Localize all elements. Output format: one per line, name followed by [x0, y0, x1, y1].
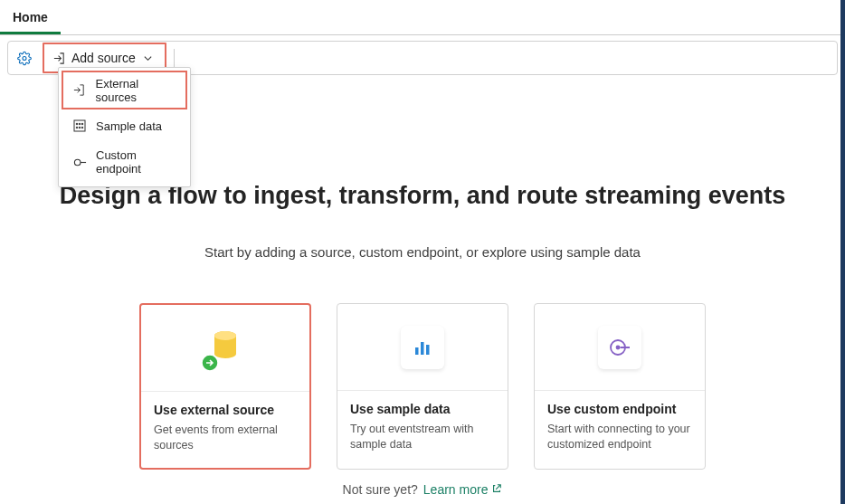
external-link-icon: [491, 482, 502, 497]
custom-endpoint-icon: [72, 155, 87, 169]
card-icon-area: [141, 305, 309, 392]
svg-point-6: [79, 127, 81, 128]
svg-rect-1: [74, 120, 85, 131]
svg-rect-13: [421, 342, 424, 355]
card-description: Get events from external sources: [154, 423, 297, 453]
page-subheadline: Start by adding a source, custom endpoin…: [18, 244, 827, 260]
tabs-bar: Home: [0, 0, 845, 35]
card-use-sample-data[interactable]: Use sample data Try out eventstream with…: [337, 303, 508, 470]
toolbar-divider: [174, 49, 175, 67]
add-source-icon: [52, 51, 66, 65]
card-title: Use custom endpoint: [547, 402, 692, 416]
svg-point-3: [79, 123, 81, 125]
arrow-badge-icon: [201, 354, 219, 372]
svg-point-0: [23, 56, 26, 60]
svg-point-16: [616, 345, 621, 349]
dropdown-item-wrap: Custom endpoint: [62, 142, 187, 182]
dropdown-item-external-highlight: External sources: [62, 71, 187, 109]
tab-home[interactable]: Home: [0, 5, 61, 34]
svg-rect-14: [426, 345, 430, 355]
dropdown-item-label: External sources: [96, 77, 177, 104]
card-description: Try out eventstream with sample data: [350, 422, 495, 452]
card-body: Use sample data Try out eventstream with…: [337, 391, 508, 467]
bar-chart-icon: [412, 337, 433, 358]
chevron-down-icon: [141, 51, 156, 65]
svg-point-2: [76, 123, 78, 125]
dropdown-item-label: Sample data: [96, 119, 162, 133]
card-title: Use external source: [154, 403, 297, 417]
card-title: Use sample data: [350, 402, 495, 416]
custom-endpoint-graphic: [598, 326, 641, 369]
svg-point-10: [214, 331, 236, 340]
dropdown-item-wrap: Sample data: [62, 112, 187, 139]
settings-button[interactable]: [8, 42, 41, 74]
endpoint-icon: [608, 336, 631, 359]
learn-more-label: Learn more: [423, 482, 489, 497]
svg-point-5: [76, 127, 78, 128]
card-use-custom-endpoint[interactable]: Use custom endpoint Start with connectin…: [534, 303, 706, 470]
card-body: Use external source Get events from exte…: [141, 392, 309, 468]
card-icon-area: [337, 304, 508, 391]
external-source-graphic: [204, 326, 246, 370]
svg-point-8: [74, 159, 81, 166]
svg-rect-12: [415, 347, 419, 355]
card-use-external-source[interactable]: Use external source Get events from exte…: [139, 303, 311, 470]
dropdown-item-external-sources[interactable]: External sources: [63, 72, 185, 108]
external-sources-icon: [72, 83, 87, 98]
dropdown-item-sample-data[interactable]: Sample data: [62, 112, 187, 139]
card-icon-area: [535, 304, 705, 391]
svg-point-4: [81, 123, 83, 125]
add-source-dropdown: External sources Sample data: [58, 67, 191, 187]
card-description: Start with connecting to your customized…: [547, 422, 692, 452]
dropdown-item-label: Custom endpoint: [96, 148, 176, 176]
sample-data-icon: [72, 119, 87, 133]
footer-prompt: Not sure yet?: [343, 482, 418, 497]
tab-home-label: Home: [13, 10, 48, 24]
learn-more-link[interactable]: Learn more: [423, 482, 503, 497]
footer-row: Not sure yet? Learn more: [18, 482, 827, 497]
dropdown-item-custom-endpoint[interactable]: Custom endpoint: [62, 142, 187, 182]
sample-data-graphic: [401, 326, 444, 369]
gear-icon: [17, 51, 32, 65]
cards-row: Use external source Get events from exte…: [18, 303, 827, 470]
add-source-label: Add source: [71, 51, 136, 65]
svg-point-7: [81, 127, 83, 128]
card-body: Use custom endpoint Start with connectin…: [535, 391, 705, 467]
